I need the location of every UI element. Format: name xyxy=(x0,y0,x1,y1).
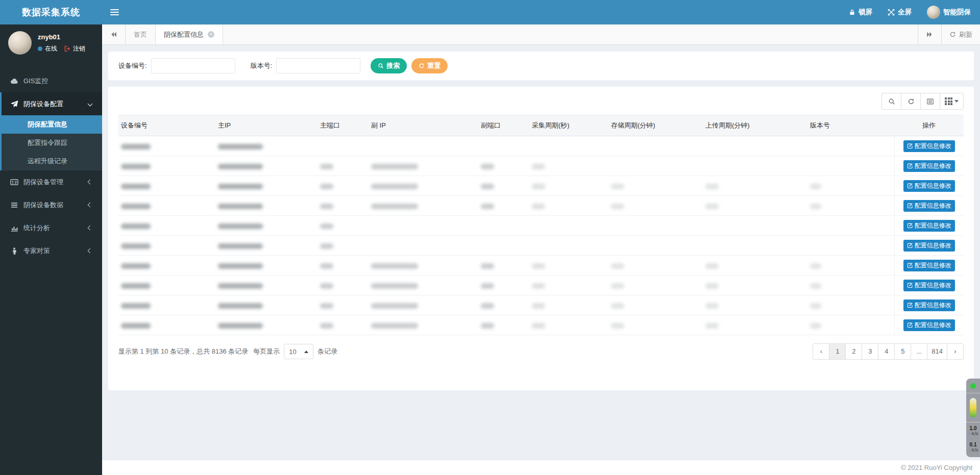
redacted-value xyxy=(320,164,333,169)
toolbar-refresh-button[interactable] xyxy=(901,93,921,110)
tab-home[interactable]: 首页 xyxy=(126,24,156,44)
redacted-value xyxy=(320,243,333,249)
table-cell xyxy=(478,256,529,276)
edit-config-button[interactable]: 配置信息修改 xyxy=(903,240,955,252)
per-page-prefix: 每页显示 xyxy=(253,347,280,356)
edit-config-button[interactable]: 配置信息修改 xyxy=(903,299,955,311)
sidebar-item-label: GIS监控 xyxy=(23,77,48,86)
sidebar-item-config-command-trace[interactable]: 配置指令跟踪 xyxy=(2,134,102,152)
table-row: 配置信息修改 xyxy=(118,196,964,216)
redacted-value xyxy=(320,184,333,189)
redacted-value xyxy=(532,303,545,309)
network-monitor-widget[interactable]: 1.0 ↑ K/s 0.1 ↓ K/s xyxy=(966,379,980,457)
edit-config-button[interactable]: 配置信息修改 xyxy=(903,200,955,212)
table-cell xyxy=(608,156,703,176)
sidebar-item-device-data[interactable]: 阴保设备数据 xyxy=(0,193,102,216)
caret-up-icon xyxy=(304,351,308,353)
reset-button[interactable]: 重置 xyxy=(411,58,448,73)
fullscreen-button[interactable]: 全屏 xyxy=(888,8,912,17)
edit-config-button[interactable]: 配置信息修改 xyxy=(903,180,955,192)
redacted-value xyxy=(611,303,624,309)
table-cell xyxy=(807,216,894,236)
sidebar-item-remote-upgrade-log[interactable]: 远程升级记录 xyxy=(2,152,102,170)
table-cell xyxy=(118,196,215,216)
table-body: 配置信息修改配置信息修改配置信息修改配置信息修改配置信息修改配置信息修改配置信息… xyxy=(118,136,964,335)
sidebar-item-expert-strategy[interactable]: 专家对策 xyxy=(0,239,102,262)
table-cell xyxy=(317,156,369,176)
page-button-814[interactable]: 814 xyxy=(927,343,947,360)
redacted-value xyxy=(481,323,494,329)
edit-config-button[interactable]: 配置信息修改 xyxy=(903,280,955,291)
edit-config-button[interactable]: 配置信息修改 xyxy=(903,160,955,172)
table-cell xyxy=(529,136,608,156)
page-button-3[interactable]: 3 xyxy=(862,343,878,360)
tabs-scroll-left-button[interactable] xyxy=(102,24,126,44)
toolbar-search-button[interactable] xyxy=(881,93,901,110)
edit-config-button[interactable]: 配置信息修改 xyxy=(903,140,955,152)
redacted-value xyxy=(320,223,333,229)
toolbar-columns-button[interactable] xyxy=(940,93,964,110)
redacted-value xyxy=(121,283,151,289)
redacted-value xyxy=(218,164,263,169)
tabs-scroll-right-button[interactable] xyxy=(918,24,941,44)
table-cell xyxy=(529,256,608,276)
toolbar-toggle-view-button[interactable] xyxy=(920,93,940,110)
edit-config-button[interactable]: 配置信息修改 xyxy=(903,260,955,271)
id-card-icon xyxy=(10,178,18,186)
sidebar-item-statistics[interactable]: 统计分析 xyxy=(0,216,102,239)
table-cell xyxy=(118,236,215,256)
page-button-5[interactable]: 5 xyxy=(894,343,911,360)
sidebar-item-device-config[interactable]: 阴保设备配置 xyxy=(2,92,102,115)
device-no-input[interactable] xyxy=(151,58,235,73)
page-button-1[interactable]: 1 xyxy=(829,343,846,360)
table-cell xyxy=(529,156,608,176)
fullscreen-icon xyxy=(888,9,895,16)
search-button[interactable]: 搜索 xyxy=(371,58,407,73)
version-no-input[interactable] xyxy=(276,58,360,73)
edit-config-button[interactable]: 配置信息修改 xyxy=(903,319,955,331)
refresh-tab-button[interactable]: 刷新 xyxy=(941,24,980,44)
sidebar-item-config-info[interactable]: 阴保配置信息 xyxy=(2,115,102,134)
sidebar-item-gis-monitor[interactable]: GIS监控 xyxy=(0,69,102,92)
table-cell xyxy=(215,156,317,176)
redacted-value xyxy=(320,263,333,269)
sidebar-item-label: 阴保设备配置 xyxy=(23,99,63,109)
redacted-value xyxy=(481,164,494,169)
redacted-value xyxy=(611,204,624,209)
table-cell xyxy=(478,156,529,176)
table-cell xyxy=(478,216,529,236)
account-avatar xyxy=(927,6,940,19)
redacted-value xyxy=(532,283,545,289)
table-cell xyxy=(703,236,807,256)
table-cell xyxy=(369,136,478,156)
table-cell xyxy=(215,216,317,236)
account-menu[interactable]: 智能阴保 xyxy=(927,6,971,19)
redacted-value xyxy=(371,204,418,209)
sidebar-item-device-manage[interactable]: 阴保设备管理 xyxy=(0,170,102,193)
table-cell xyxy=(215,176,317,196)
col-main-ip: 主IP xyxy=(215,115,317,136)
close-icon[interactable]: × xyxy=(208,31,214,38)
page-size-select[interactable]: 10 xyxy=(284,344,313,359)
lock-screen-button[interactable]: 锁屏 xyxy=(849,8,872,17)
edit-config-button[interactable]: 配置信息修改 xyxy=(903,220,955,232)
redacted-value xyxy=(810,283,821,289)
tab-config-info[interactable]: 阴保配置信息 × xyxy=(156,24,223,44)
page-prev-button[interactable]: ‹ xyxy=(813,343,829,360)
redacted-value xyxy=(320,303,333,309)
content-area: 设备编号: 版本号: 搜索 重置 xyxy=(102,45,980,460)
redacted-value xyxy=(371,283,418,289)
table-cell-actions: 配置信息修改 xyxy=(894,256,964,276)
table-cell xyxy=(608,276,703,295)
table-cell xyxy=(478,315,529,335)
table-cell xyxy=(118,295,215,315)
hamburger-menu-button[interactable] xyxy=(102,0,127,24)
arrow-up-icon: ↑ xyxy=(968,431,970,436)
page-next-button[interactable]: › xyxy=(947,343,964,360)
logout-link[interactable]: 注销 xyxy=(73,44,85,53)
page-button-4[interactable]: 4 xyxy=(878,343,895,360)
send-icon xyxy=(10,100,18,108)
page-button-2[interactable]: 2 xyxy=(845,343,862,360)
device-no-label: 设备编号: xyxy=(118,61,147,70)
online-status-icon xyxy=(38,46,42,51)
